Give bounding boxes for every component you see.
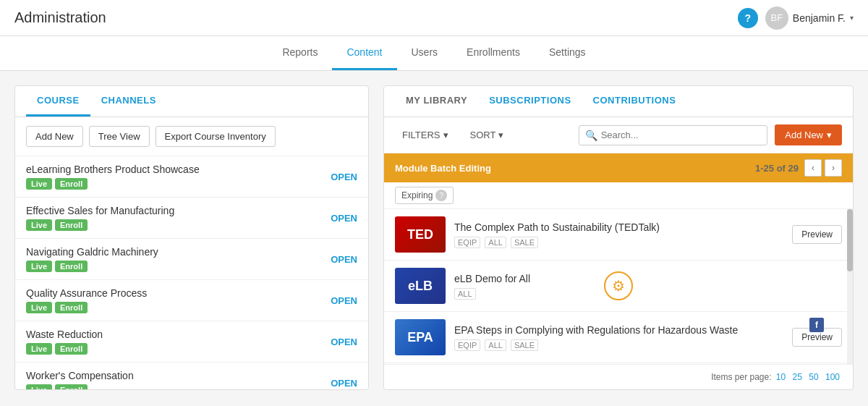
tab-settings[interactable]: Settings	[535, 36, 600, 70]
export-button[interactable]: Export Course Inventory	[156, 126, 276, 147]
content-item[interactable]: IWM Industrial Waste Management.pdf EQIP…	[384, 363, 853, 364]
content-tag: EQIP	[454, 339, 480, 351]
course-item[interactable]: eLearning Brothers Product Showcase Live…	[15, 156, 368, 198]
filters-button[interactable]: FILTERS ▾	[395, 126, 456, 144]
content-tags: EQIPALLSALE	[454, 237, 783, 248]
page-25-link[interactable]: 25	[793, 372, 802, 382]
add-new-content-button[interactable]: Add New ▾	[775, 124, 842, 145]
course-info: Worker's Compensation LiveEnroll	[26, 370, 134, 389]
content-title: The Complex Path to Sustainability (TEDT…	[454, 221, 783, 233]
scrollbar-track[interactable]	[847, 209, 853, 364]
content-tag: SALE	[511, 237, 538, 248]
left-panel: COURSE CHANNELS Add New Tree View Export…	[14, 85, 369, 390]
course-item[interactable]: Waste Reduction LiveEnroll OPEN	[15, 321, 368, 363]
course-open-link[interactable]: OPEN	[331, 254, 357, 265]
batch-count-area: 1-25 of 29 ‹ ›	[755, 159, 842, 177]
content-item[interactable]: TED The Complex Path to Sustainability (…	[384, 209, 853, 261]
left-panel-tabs: COURSE CHANNELS	[15, 86, 368, 117]
add-new-button[interactable]: Add New	[26, 126, 83, 147]
pagination-footer: Items per page: 10 25 50 100	[384, 364, 853, 389]
content-title: EPA Steps in Complying with Regulations …	[454, 324, 783, 336]
course-badges: LiveEnroll	[26, 302, 147, 313]
tab-enrollments[interactable]: Enrollments	[452, 36, 535, 70]
course-badges: LiveEnroll	[26, 219, 174, 231]
tab-subscriptions[interactable]: SUBSCRIPTIONS	[478, 86, 582, 117]
tree-view-button[interactable]: Tree View	[89, 126, 150, 147]
badge-enroll: Enroll	[55, 343, 88, 355]
content-thumbnail: eLB ⚙	[395, 268, 446, 304]
course-open-link[interactable]: OPEN	[331, 295, 357, 306]
right-toolbar: FILTERS ▾ SORT ▾ 🔍 Add New ▾	[384, 117, 853, 153]
search-icon: 🔍	[585, 130, 597, 141]
tab-contributions[interactable]: CONTRIBUTIONS	[582, 86, 687, 117]
search-input[interactable]	[601, 130, 762, 140]
course-name: Waste Reduction	[26, 329, 103, 340]
tab-channels[interactable]: CHANNELS	[90, 86, 167, 117]
badge-live: Live	[26, 178, 52, 190]
pagination-label: Items per page:	[711, 372, 771, 382]
content-tag: EQIP	[454, 237, 480, 248]
user-name: Benjamin F.	[793, 12, 846, 24]
page-10-link[interactable]: 10	[776, 372, 786, 382]
page-50-link[interactable]: 50	[809, 372, 818, 382]
thumb-text: TED	[407, 227, 433, 242]
badge-enroll: Enroll	[55, 261, 88, 272]
course-name: Worker's Compensation	[26, 370, 134, 381]
content-tag: SALE	[511, 339, 538, 351]
batch-editing-label: Module Batch Editing	[395, 163, 491, 174]
preview-button[interactable]: Preview	[792, 225, 842, 244]
course-list: eLearning Brothers Product Showcase Live…	[15, 156, 368, 389]
expiring-badge[interactable]: Expiring ?	[395, 187, 454, 204]
content-info: eLB Demo for All ALL	[454, 273, 842, 300]
badge-live: Live	[26, 261, 52, 272]
tab-reports[interactable]: Reports	[268, 36, 332, 70]
badge-enroll: Enroll	[55, 384, 88, 389]
content-tag: ALL	[454, 288, 476, 300]
next-page-button[interactable]: ›	[825, 159, 842, 177]
right-panel-tabs: MY LIBRARY SUBSCRIPTIONS CONTRIBUTIONS	[384, 86, 853, 117]
help-icon[interactable]: ?	[738, 8, 758, 28]
course-info: Quality Assurance Process LiveEnroll	[26, 287, 147, 313]
course-open-link[interactable]: OPEN	[331, 337, 357, 347]
course-badges: LiveEnroll	[26, 343, 103, 355]
course-open-link[interactable]: OPEN	[331, 172, 357, 182]
sort-button[interactable]: SORT ▾	[463, 126, 511, 144]
badge-live: Live	[26, 384, 52, 389]
content-tag: ALL	[485, 237, 506, 248]
tab-users[interactable]: Users	[397, 36, 453, 70]
course-item[interactable]: Worker's Compensation LiveEnroll OPEN	[15, 363, 368, 389]
course-info: Waste Reduction LiveEnroll	[26, 329, 103, 355]
tab-my-library[interactable]: MY LIBRARY	[395, 86, 478, 117]
course-item[interactable]: Navigating Galdric Machinery LiveEnroll …	[15, 239, 368, 280]
course-info: Navigating Galdric Machinery LiveEnroll	[26, 246, 158, 272]
badge-enroll: Enroll	[55, 302, 88, 313]
course-name: Navigating Galdric Machinery	[26, 246, 158, 258]
thumb-text: eLB	[408, 279, 433, 294]
content-info: EPA Steps in Complying with Regulations …	[454, 324, 783, 351]
header-actions: ? BF Benjamin F. ▾	[738, 7, 854, 30]
thumb-text: EPA	[407, 330, 433, 345]
course-badges: LiveEnroll	[26, 261, 158, 272]
prev-page-button[interactable]: ‹	[804, 159, 822, 177]
course-badges: LiveEnroll	[26, 178, 200, 190]
content-list: TED The Complex Path to Sustainability (…	[384, 209, 853, 364]
scrollbar-thumb[interactable]	[847, 209, 853, 271]
content-thumbnail: TED	[395, 216, 446, 253]
course-open-link[interactable]: OPEN	[331, 213, 357, 224]
tab-content[interactable]: Content	[332, 36, 396, 70]
search-bar[interactable]: 🔍	[579, 125, 768, 145]
content-item[interactable]: eLB ⚙ eLB Demo for All ALL	[384, 261, 853, 312]
chevron-down-icon: ▾	[850, 14, 854, 22]
badge-live: Live	[26, 343, 52, 355]
expiring-filter: Expiring ?	[384, 182, 853, 209]
course-open-link[interactable]: OPEN	[331, 378, 357, 389]
user-menu[interactable]: BF Benjamin F. ▾	[765, 7, 854, 30]
content-item[interactable]: EPA EPA Steps in Complying with Regulati…	[384, 312, 853, 363]
page-100-link[interactable]: 100	[825, 372, 840, 382]
question-icon: ?	[435, 190, 447, 201]
tab-course[interactable]: COURSE	[26, 86, 90, 117]
course-item[interactable]: Quality Assurance Process LiveEnroll OPE…	[15, 280, 368, 321]
course-name: eLearning Brothers Product Showcase	[26, 164, 200, 175]
content-title: eLB Demo for All	[454, 273, 842, 284]
course-item[interactable]: Effective Sales for Manufacturing LiveEn…	[15, 198, 368, 239]
